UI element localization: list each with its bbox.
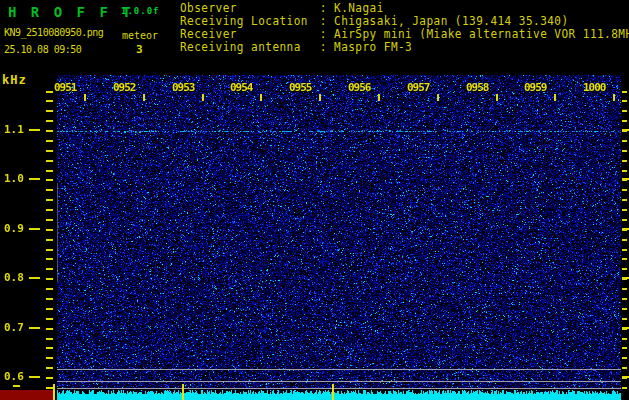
meteor-marker (53, 384, 55, 400)
freq-minor-tick (622, 100, 627, 102)
freq-label: 0.8 (4, 271, 24, 284)
time-label: 0957 (407, 81, 430, 94)
freq-minor-tick (46, 308, 53, 310)
freq-minor-tick (622, 338, 627, 340)
overlay-line (57, 388, 621, 389)
freq-minor-tick (622, 170, 627, 172)
freq-minor-tick (46, 298, 53, 300)
time-label: 0954 (230, 81, 253, 94)
freq-label: 0.7 (4, 321, 24, 334)
freq-minor-tick (622, 308, 627, 310)
spectrogram-canvas (57, 75, 621, 400)
freq-minor-tick (46, 229, 53, 231)
freq-minor-tick (622, 140, 627, 142)
freq-minor-tick (622, 130, 627, 132)
freq-label: 0.6 (4, 370, 24, 383)
freq-minor-tick (46, 209, 53, 211)
time-tick (143, 94, 145, 101)
freq-minor-tick (46, 387, 53, 389)
freq-minor-tick (46, 91, 53, 93)
time-tick (202, 94, 204, 101)
freq-minor-tick (46, 199, 53, 201)
time-label: 1000 (583, 81, 606, 94)
time-tick (496, 94, 498, 101)
app-title: H R O F F T (8, 4, 134, 20)
freq-major-tick (29, 178, 40, 180)
freq-minor-tick (622, 357, 627, 359)
freq-minor-tick (622, 150, 627, 152)
freq-minor-tick (622, 249, 627, 251)
freq-minor-tick (46, 120, 53, 122)
freq-minor-tick (622, 298, 627, 300)
freq-major-tick (29, 376, 40, 378)
freq-minor-tick (622, 91, 627, 93)
freq-label: 1.1 (4, 123, 24, 136)
freq-minor-tick (46, 258, 53, 260)
freq-minor-tick (622, 110, 627, 112)
freq-major-tick (29, 327, 40, 329)
freq-minor-tick (46, 179, 53, 181)
freq-minor-tick (622, 377, 627, 379)
freq-minor-tick (46, 140, 53, 142)
freq-minor-tick (622, 278, 627, 280)
app-version: 1.0.0f (121, 6, 160, 16)
freq-minor-tick (622, 219, 627, 221)
freq-axis-unit: kHz (2, 73, 27, 87)
time-tick (554, 94, 556, 101)
freq-minor-tick (622, 347, 627, 349)
freq-minor-tick (46, 347, 53, 349)
left-edge-scale-line (57, 183, 58, 282)
overlay-line (57, 381, 621, 382)
freq-minor-tick (46, 318, 53, 320)
time-label: 0953 (172, 81, 195, 94)
time-label: 0959 (524, 81, 547, 94)
freq-minor-tick (46, 338, 53, 340)
freq-minor-tick (622, 268, 627, 270)
freq-minor-tick (46, 189, 53, 191)
freq-minor-tick (622, 199, 627, 201)
time-label: 0955 (289, 81, 312, 94)
freq-minor-tick (46, 239, 53, 241)
time-tick (84, 94, 86, 101)
output-filename: KN9_2510080950.png (4, 27, 103, 38)
freq-minor-tick (46, 377, 53, 379)
overlay-line (57, 369, 621, 370)
freq-major-tick (29, 277, 40, 279)
freq-minor-tick (46, 268, 53, 270)
freq-minor-tick (46, 357, 53, 359)
freq-minor-tick (46, 367, 53, 369)
freq-minor-tick (622, 160, 627, 162)
info-label: Receiving antenna (180, 41, 320, 54)
time-tick (378, 94, 380, 101)
freq-minor-tick (622, 318, 627, 320)
time-label: 0952 (113, 81, 136, 94)
info-value: : Chigasaki, Japan (139.414 35.340) (320, 14, 569, 28)
freq-minor-tick (622, 367, 627, 369)
freq-minor-tick (46, 170, 53, 172)
freq-major-tick (29, 129, 40, 131)
freq-minor-tick (46, 219, 53, 221)
freq-minor-tick (46, 160, 53, 162)
meteor-marker (182, 384, 184, 400)
station-info-block: Observer: K.NagaiReceiving Location: Chi… (180, 2, 629, 54)
time-tick (319, 94, 321, 101)
freq-minor-tick (46, 328, 53, 330)
info-value: : AirSpy mini (Miake alternative VOR 111… (320, 27, 629, 41)
info-value: : Maspro FM-3 (320, 40, 412, 54)
freq-minor-tick (622, 209, 627, 211)
meteor-marker (332, 384, 334, 400)
station-info-row: Receiving antenna: Maspro FM-3 (180, 41, 629, 54)
freq-minor-tick (622, 239, 627, 241)
freq-label: 1.0 (4, 172, 24, 185)
meteor-label: meteor (122, 30, 158, 41)
freq-minor-tick (622, 120, 627, 122)
freq-minor-tick (46, 278, 53, 280)
time-tick (613, 94, 615, 101)
freq-minor-tick (46, 130, 53, 132)
freq-minor-tick (622, 328, 627, 330)
freq-minor-tick (46, 110, 53, 112)
session-datetime: 25.10.08 09:50 (4, 44, 81, 55)
freq-minor-tick (622, 179, 627, 181)
freq-minor-tick (622, 189, 627, 191)
time-label: 0951 (54, 81, 77, 94)
